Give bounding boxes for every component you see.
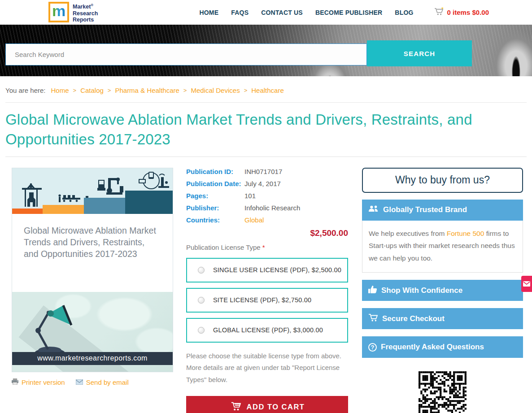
detail-row-publisher: Publisher: Infoholic Research: [186, 204, 348, 212]
add-to-cart-icon: [230, 401, 241, 413]
cover-title-panel: Global Microwave Ablation Market Trends …: [12, 214, 173, 292]
nav-faqs[interactable]: FAQS: [231, 9, 249, 16]
envelope-icon: [523, 281, 530, 287]
step-bar-steelblue: [84, 198, 125, 214]
banner-globally-trusted[interactable]: Globally Trusted Brand: [362, 200, 523, 221]
global-license-radio[interactable]: [198, 327, 205, 334]
breadcrumb-separator: >: [108, 87, 111, 94]
license-type-label: Publication License Type *: [186, 243, 348, 251]
detail-row-publication-id: Publication ID: INH0717017: [186, 168, 348, 175]
banner-shop-with-confidence[interactable]: Shop With Confidence: [362, 280, 523, 301]
desk-lamp-icon: [25, 300, 83, 359]
step-bar-orange: [12, 209, 43, 214]
detail-row-pages: Pages: 101: [186, 192, 348, 200]
cover-title-text: Global Microwave Ablation Market Trends …: [24, 225, 161, 260]
website-url: www.marketresearchreports.com: [37, 354, 147, 362]
share-actions: Printer version Send by email: [12, 378, 173, 386]
publication-date-value: July 4, 2017: [244, 180, 281, 187]
nav-home[interactable]: HOME: [199, 9, 218, 16]
question-icon: ?: [368, 343, 377, 352]
search-input[interactable]: [5, 43, 367, 65]
pages-value: 101: [244, 192, 256, 200]
printer-version-link[interactable]: Printer version: [12, 378, 65, 386]
feedback-envelope-tab[interactable]: [521, 276, 532, 292]
main-nav: HOME FAQS CONTACT US BECOME PUBLISHER BL…: [199, 9, 413, 16]
publication-id-value: INH0717017: [244, 168, 282, 175]
logo-mark-icon: m: [48, 2, 69, 22]
banner-faq[interactable]: ? Frequently Asked Questions: [362, 336, 523, 358]
why-to-buy-box[interactable]: Why to buy from us?: [362, 168, 523, 193]
trusted-brand-text: We help executives from Fortune 500 firm…: [362, 221, 523, 273]
license-note: Please choose the suitable license type …: [186, 350, 348, 386]
publisher-value: Infoholic Research: [244, 204, 300, 212]
breadcrumb-catalog[interactable]: Catalog: [80, 87, 104, 94]
detail-row-countries: Countries: Global: [186, 216, 348, 224]
product-price: $2,500.00: [186, 228, 348, 238]
search-button[interactable]: SEARCH: [367, 40, 472, 66]
cart-icon: [434, 8, 444, 17]
website-url-bar: www.marketresearchreports.com: [12, 352, 173, 365]
header: m Market® Research Reports HOME FAQS CON…: [0, 0, 532, 25]
breadcrumb-pharma-healthcare[interactable]: Pharma & Healthcare: [115, 87, 179, 94]
breadcrumb-separator: >: [244, 87, 248, 94]
cart-count-total: 0 items $0.00: [447, 9, 489, 16]
product-details-column: Publication ID: INH0717017 Publication D…: [186, 168, 348, 413]
breadcrumb-home[interactable]: Home: [51, 87, 69, 94]
license-option-global[interactable]: GLOBAL LICENSE (PDF), $3,000.00: [186, 318, 348, 343]
checkout-cart-icon: [368, 313, 378, 324]
robot-arm-icon: [97, 176, 124, 200]
printer-icon: [12, 378, 18, 386]
breadcrumb-separator: >: [73, 87, 77, 94]
thumbs-up-icon: [368, 285, 377, 296]
breadcrumb-separator: >: [183, 87, 187, 94]
email-icon: [76, 378, 83, 386]
cart-summary[interactable]: 0 items $0.00: [434, 8, 489, 17]
product-content: Global Microwave Ablation Market Trends …: [0, 168, 532, 413]
nav-blog[interactable]: BLOG: [395, 9, 413, 16]
banner-secure-checkout[interactable]: Secure Checkout: [362, 308, 523, 329]
registered-icon: ®: [91, 3, 93, 7]
required-asterisk: *: [262, 243, 265, 251]
breadcrumb: You are here: Home > Catalog > Pharma & …: [0, 76, 532, 94]
step-bar-darkteal: [125, 191, 173, 214]
search-form: SEARCH: [5, 42, 532, 66]
site-logo[interactable]: m Market® Research Reports: [48, 2, 98, 22]
step-bar-amber: [43, 205, 84, 214]
breadcrumb-prefix: You are here:: [5, 87, 46, 94]
product-image-column: Global Microwave Ablation Market Trends …: [12, 168, 173, 386]
page-title: Global Microwave Ablation Market Trends …: [0, 103, 520, 149]
fortune-500-link[interactable]: Fortune 500: [447, 230, 484, 237]
single-user-radio[interactable]: [198, 267, 205, 274]
qr-code: [419, 371, 467, 413]
license-option-site[interactable]: SITE LICENSE (PDF), $2,750.00: [186, 288, 348, 313]
hero-banner: SEARCH: [0, 25, 532, 76]
add-to-cart-button[interactable]: ADD TO CART: [186, 396, 348, 413]
logo-text: Market® Research Reports: [73, 2, 98, 22]
nav-become-publisher[interactable]: BECOME PUBLISHER: [315, 9, 382, 16]
divider: [5, 157, 527, 157]
cover-illustration: [12, 168, 173, 214]
oil-derrick-icon: [21, 183, 44, 210]
page: m Market® Research Reports HOME FAQS CON…: [0, 0, 532, 413]
users-icon: [368, 205, 379, 215]
sidebar: Why to buy from us? Globally Trusted Bra…: [362, 168, 523, 413]
detail-row-publication-date: Publication Date: July 4, 2017: [186, 180, 348, 187]
site-license-radio[interactable]: [198, 297, 205, 304]
nav-contact-us[interactable]: CONTACT US: [261, 9, 303, 16]
send-by-email-link[interactable]: Send by email: [76, 378, 129, 386]
breadcrumb-medical-devices[interactable]: Medical Devices: [191, 87, 240, 94]
cover-map-panel: www.marketresearchreports.com: [12, 292, 173, 372]
license-option-single-user[interactable]: SINGLE USER LICENSE (PDF), $2,500.00: [186, 258, 348, 283]
countries-global-link[interactable]: Global: [244, 216, 264, 224]
breadcrumb-healthcare[interactable]: Healthcare: [251, 87, 284, 94]
report-cover-image[interactable]: Global Microwave Ablation Market Trends …: [12, 168, 173, 372]
iot-automation-icon: [138, 171, 170, 192]
